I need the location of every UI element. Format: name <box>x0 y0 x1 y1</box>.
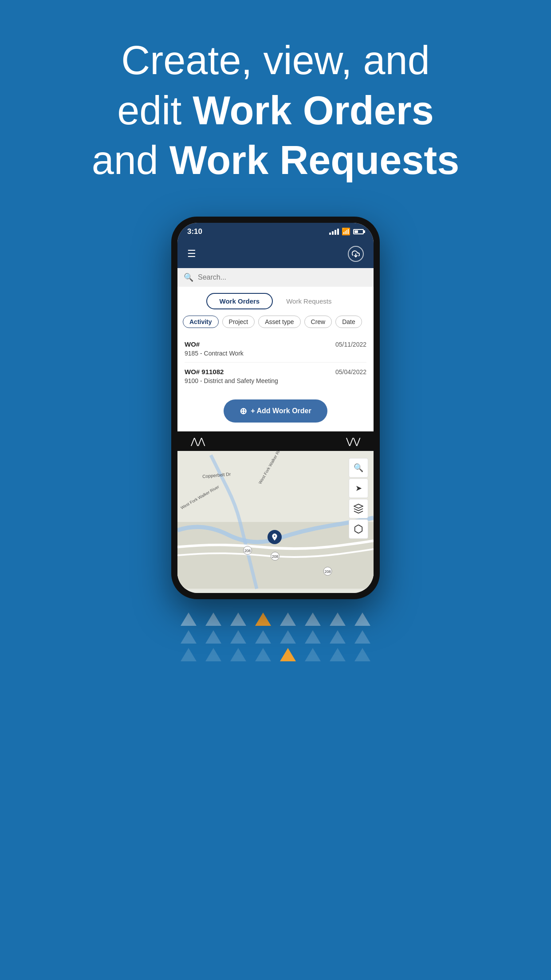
triangle-outline <box>205 630 221 644</box>
map-location-button[interactable]: ➤ <box>349 478 368 498</box>
hero-work-requests: Work Requests <box>169 138 460 182</box>
svg-text:208: 208 <box>244 548 251 553</box>
tab-work-orders[interactable]: Work Orders <box>206 293 273 309</box>
search-bar[interactable]: 🔍 <box>177 268 374 287</box>
phone-screen: 3:10 📶 ☰ <box>177 223 374 593</box>
map-controls: 🔍 ➤ <box>349 458 368 539</box>
wo-date-1: 05/11/2022 <box>335 341 366 348</box>
triangle-outline <box>280 630 296 644</box>
add-button-label: + Add Work Order <box>251 407 311 415</box>
triangle-outline <box>230 630 246 644</box>
filter-project[interactable]: Project <box>222 316 255 328</box>
hamburger-icon[interactable]: ☰ <box>187 248 196 260</box>
wo-desc-1: 9185 - Contract Work <box>185 350 366 357</box>
app-header: ☰ <box>177 240 374 268</box>
wo-date-2: 05/04/2022 <box>335 368 366 375</box>
triangle-filled <box>354 612 370 626</box>
add-icon: ⊕ <box>240 406 247 416</box>
hero-line1: Create, view, and <box>121 38 429 83</box>
triangle-filled <box>181 612 197 626</box>
work-orders-list: WO# 05/11/2022 9185 - Contract Work WO# … <box>177 332 374 392</box>
wo-number-1: WO# <box>185 340 200 348</box>
triangle-row-3 <box>181 648 370 661</box>
triangle-filled <box>305 612 321 626</box>
hero-line2-plain: edit <box>117 88 193 133</box>
triangle-outline <box>330 630 346 644</box>
triangle-faint <box>305 648 321 661</box>
filter-asset-type[interactable]: Asset type <box>258 316 300 328</box>
triangle-outline <box>354 630 370 644</box>
add-button-container: ⊕ + Add Work Order <box>177 392 374 431</box>
filter-activity[interactable]: Activity <box>183 316 219 328</box>
table-row[interactable]: WO# 911082 05/04/2022 9100 - District an… <box>185 363 366 390</box>
map-area: 208 208 208 Copperbelt Dr West Fork Walk… <box>177 451 374 593</box>
wo-desc-2: 9100 - District and Safety Meeting <box>185 377 366 384</box>
wifi-icon: 📶 <box>342 227 350 236</box>
phone-notch <box>268 217 283 223</box>
wo-number-2: WO# 911082 <box>185 368 224 375</box>
triangle-outline <box>255 630 271 644</box>
status-bar: 3:10 📶 <box>177 223 374 240</box>
map-3d-button[interactable] <box>349 519 368 539</box>
triangle-orange <box>255 612 271 626</box>
expand-down-icon[interactable]: ⋁⋁ <box>346 436 360 447</box>
triangle-orange-outline <box>280 648 296 661</box>
filter-crew[interactable]: Crew <box>304 316 332 328</box>
filter-date[interactable]: Date <box>335 316 362 328</box>
triangle-faint <box>330 648 346 661</box>
battery-icon <box>353 229 364 234</box>
triangle-row-1 <box>181 612 370 626</box>
triangle-filled <box>230 612 246 626</box>
tabs-row: Work Orders Work Requests <box>177 287 374 314</box>
triangle-filled <box>330 612 346 626</box>
hero-line3-plain: and <box>92 138 169 182</box>
svg-text:208: 208 <box>272 554 278 558</box>
sync-button[interactable] <box>348 246 364 262</box>
map-marker[interactable] <box>268 530 282 544</box>
triangle-outline <box>181 630 197 644</box>
triangle-filled <box>205 612 221 626</box>
triangle-row-2 <box>181 630 370 644</box>
expand-bar: ⋀⋀ ⋁⋁ <box>177 431 374 451</box>
collapse-up-icon[interactable]: ⋀⋀ <box>191 436 205 447</box>
triangle-faint <box>205 648 221 661</box>
phone-frame: 3:10 📶 ☰ <box>171 217 380 599</box>
hero-work-orders: Work Orders <box>193 88 434 133</box>
filter-row: Activity Project Asset type Crew Date <box>177 314 374 332</box>
decorative-triangles <box>0 612 551 661</box>
triangle-filled <box>280 612 296 626</box>
hero-section: Create, view, and edit Work Orders and W… <box>0 0 551 208</box>
tab-work-requests[interactable]: Work Requests <box>273 293 345 309</box>
triangle-faint <box>181 648 197 661</box>
map-svg: 208 208 208 Copperbelt Dr West Fork Walk… <box>177 451 374 593</box>
svg-marker-12 <box>354 504 363 508</box>
map-search-button[interactable]: 🔍 <box>349 458 368 478</box>
phone-container: 3:10 📶 ☰ <box>0 217 551 599</box>
triangle-faint <box>354 648 370 661</box>
triangle-faint <box>230 648 246 661</box>
svg-text:208: 208 <box>324 569 331 573</box>
search-input[interactable] <box>198 273 367 281</box>
triangle-faint <box>255 648 271 661</box>
table-row[interactable]: WO# 05/11/2022 9185 - Contract Work <box>185 335 366 363</box>
status-time: 3:10 <box>187 227 202 236</box>
triangle-outline <box>305 630 321 644</box>
map-layers-button[interactable] <box>349 499 368 518</box>
search-icon: 🔍 <box>184 273 193 282</box>
status-icons: 📶 <box>329 227 364 236</box>
add-work-order-button[interactable]: ⊕ + Add Work Order <box>224 399 327 423</box>
signal-bars-icon <box>329 229 339 235</box>
